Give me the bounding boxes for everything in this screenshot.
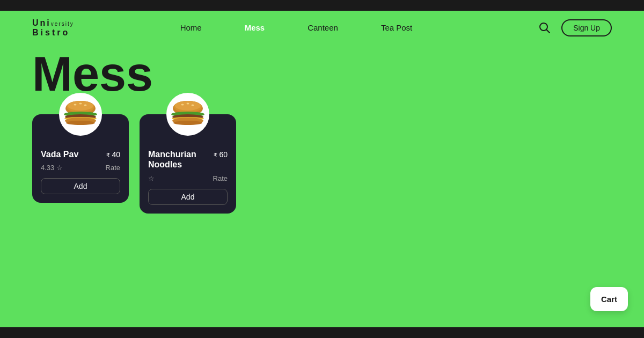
svg-point-6 (79, 102, 82, 104)
logo-versity: versity (51, 21, 74, 27)
logo: Uni versity Bistro (32, 18, 74, 37)
svg-line-1 (546, 30, 550, 33)
signup-button[interactable]: Sign Up (561, 19, 612, 36)
cart-button[interactable]: Cart (590, 287, 628, 311)
navbar: Uni versity Bistro Home Mess Canteen Tea… (0, 11, 644, 45)
manchurian-noodles-name: Manchurian Noodles (148, 149, 214, 170)
svg-point-5 (74, 104, 77, 105)
manchurian-noodles-rating: ☆ (148, 174, 155, 182)
food-card-manchurian-noodles: Manchurian Noodles ₹ 60 ☆ Rate Add (140, 114, 236, 213)
svg-point-16 (181, 104, 184, 105)
svg-point-4 (68, 101, 93, 111)
svg-point-23 (173, 121, 202, 125)
nav-canteen[interactable]: Canteen (308, 23, 338, 32)
svg-point-12 (66, 121, 95, 125)
top-bar (0, 0, 644, 11)
burger-image-manchurian-noodles (169, 100, 207, 129)
manchurian-noodles-price: ₹ 60 (214, 150, 228, 159)
vada-pav-rating-row: 4.33 ☆ Rate (41, 164, 120, 172)
vada-pav-price: ₹ 40 (106, 150, 120, 159)
svg-point-17 (187, 102, 189, 104)
bottom-bar (0, 327, 644, 338)
search-icon (539, 22, 551, 34)
manchurian-noodles-add-button[interactable]: Add (148, 189, 228, 205)
nav-home[interactable]: Home (180, 23, 202, 32)
food-image-manchurian-noodles (166, 93, 209, 136)
rupee-icon-1: ₹ (106, 152, 110, 158)
vada-pav-add-button[interactable]: Add (41, 178, 120, 194)
star-icon-1: ☆ (56, 164, 63, 172)
cards-section: Vada Pav ₹ 40 4.33 ☆ Rate Add (0, 114, 644, 213)
search-button[interactable] (539, 22, 551, 34)
svg-point-18 (192, 104, 194, 106)
vada-pav-name: Vada Pav (41, 149, 78, 159)
manchurian-noodles-rate-button[interactable]: Rate (213, 174, 228, 182)
rupee-icon-2: ₹ (214, 152, 217, 158)
nav-right: Sign Up (539, 19, 612, 36)
svg-point-15 (175, 101, 201, 111)
food-card-vada-pav: Vada Pav ₹ 40 4.33 ☆ Rate Add (32, 114, 129, 203)
manchurian-noodles-rating-row: ☆ Rate (148, 174, 228, 182)
nav-mess[interactable]: Mess (245, 23, 265, 32)
manchurian-noodles-card-body: Manchurian Noodles ₹ 60 ☆ Rate Add (148, 149, 228, 204)
vada-pav-rating: 4.33 ☆ (41, 164, 63, 172)
nav-links: Home Mess Canteen Tea Post (137, 23, 413, 32)
manchurian-noodles-top-row: Manchurian Noodles ₹ 60 (148, 149, 228, 170)
vada-pav-top-row: Vada Pav ₹ 40 (41, 149, 120, 159)
food-image-vada-pav (59, 93, 102, 136)
svg-point-7 (84, 104, 87, 106)
main-content: Uni versity Bistro Home Mess Canteen Tea… (0, 11, 644, 327)
vada-pav-rate-button[interactable]: Rate (106, 164, 120, 172)
star-icon-2: ☆ (148, 174, 155, 182)
burger-image-vada-pav (62, 100, 99, 129)
vada-pav-card-body: Vada Pav ₹ 40 4.33 ☆ Rate Add (41, 149, 120, 194)
nav-teapost[interactable]: Tea Post (381, 23, 412, 32)
logo-bistro: Bistro (32, 28, 70, 37)
logo-uni: Uni (32, 18, 51, 28)
